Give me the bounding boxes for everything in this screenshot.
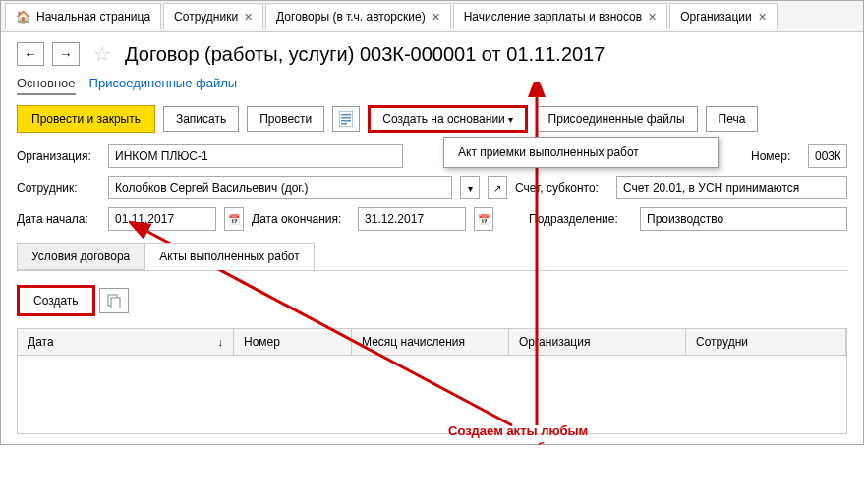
forward-button[interactable]: → [52,42,80,66]
calendar-icon: 📅 [478,214,490,225]
th-org[interactable]: Организация [509,329,686,355]
org-input[interactable] [108,144,403,168]
form-row-dates: Дата начала: 📅 Дата окончания: 📅 Подразд… [1,203,863,235]
account-input[interactable] [616,176,847,199]
tab-employees[interactable]: Сотрудники ✕ [163,3,263,29]
star-icon[interactable]: ☆ [93,42,111,66]
sub-tabs: Условия договора Акты выполненных работ [1,235,863,270]
copy-icon [106,293,122,308]
print-button[interactable]: Печа [706,106,759,132]
page-title: Договор (работы, услуги) 003К-000001 от … [125,43,605,66]
report-icon [339,111,353,127]
employee-input[interactable] [108,176,452,199]
svg-rect-4 [341,123,347,125]
tab-label: Сотрудники [174,10,238,24]
home-icon: 🏠 [16,10,30,24]
account-label: Счет, субконто: [515,181,608,195]
subnav: Основное Присоединенные файлы [1,76,863,105]
svg-rect-1 [341,114,351,116]
open-icon: ↗ [493,183,501,194]
subnav-main[interactable]: Основное [17,76,76,95]
employee-label: Сотрудник: [17,181,100,195]
attached-files-button[interactable]: Присоединенные файлы [536,106,698,132]
svg-rect-2 [341,117,351,119]
sort-icon: ↓ [218,336,224,348]
close-icon[interactable]: ✕ [244,11,253,24]
svg-rect-3 [341,120,351,122]
th-month[interactable]: Месяц начисления [352,329,509,355]
employee-dropdown-button[interactable]: ▾ [460,176,480,199]
svg-rect-0 [339,111,353,127]
start-date-picker-button[interactable]: 📅 [224,207,244,231]
save-button[interactable]: Записать [163,106,239,132]
subnav-files[interactable]: Присоединенные файлы [89,76,238,95]
annotation-text: Создаем акты любым из двух способов [448,423,588,445]
tab-label: Договоры (в т.ч. авторские) [276,10,426,24]
end-label: Дата окончания: [252,212,350,226]
copy-button[interactable] [99,288,129,313]
th-date[interactable]: Дата ↓ [18,329,234,355]
th-employee[interactable]: Сотрудни [686,329,846,355]
sub-tab-acts[interactable]: Акты выполненных работ [144,243,314,270]
table-header: Дата ↓ Номер Месяц начисления Организаци… [17,328,847,356]
form-row-org: Организация: Номер: [1,140,863,172]
org-label: Организация: [17,149,100,163]
employee-open-button[interactable]: ↗ [488,176,507,199]
close-icon[interactable]: ✕ [648,11,657,24]
close-icon[interactable]: ✕ [432,11,440,24]
tab-contracts[interactable]: Договоры (в т.ч. авторские) ✕ [265,3,451,29]
tab-home[interactable]: 🏠 Начальная страница [5,3,161,29]
tab-label: Начисление зарплаты и взносов [464,10,643,24]
toolbar: Провести и закрыть Записать Провести Соз… [1,105,863,140]
post-button[interactable]: Провести [247,106,324,132]
tab-payroll[interactable]: Начисление зарплаты и взносов ✕ [453,3,668,29]
number-input[interactable] [808,144,847,168]
form-row-employee: Сотрудник: ▾ ↗ Счет, субконто: [1,172,863,203]
end-date-picker-button[interactable]: 📅 [474,207,493,231]
report-button[interactable] [332,106,360,132]
start-date-input[interactable] [108,207,216,231]
back-button[interactable]: ← [17,42,44,66]
table-body [17,356,847,434]
header: ← → ☆ Договор (работы, услуги) 003К-0000… [1,32,863,76]
division-input[interactable] [640,207,847,231]
th-number[interactable]: Номер [234,329,352,355]
end-date-input[interactable] [358,207,466,231]
post-close-button[interactable]: Провести и закрыть [17,105,155,133]
number-label: Номер: [751,149,800,163]
create-based-button[interactable]: Создать на основании [368,105,527,133]
dropdown-item-act[interactable]: Акт приемки выполненных работ [458,145,704,159]
close-icon[interactable]: ✕ [758,11,767,24]
division-label: Подразделение: [529,212,632,226]
create-based-dropdown: Акт приемки выполненных работ [443,137,719,168]
calendar-icon: 📅 [228,214,240,225]
tab-content: Создать Дата ↓ Номер Месяц начисления Ор… [17,270,847,444]
start-label: Дата начала: [17,212,100,226]
svg-rect-6 [111,298,120,308]
create-act-button[interactable]: Создать [17,285,95,316]
tabs-bar: 🏠 Начальная страница Сотрудники ✕ Догово… [1,1,863,32]
tab-orgs[interactable]: Организации ✕ [669,3,778,29]
tab-label: Организации [680,10,752,24]
tab-label: Начальная страница [36,10,150,24]
sub-tab-conditions[interactable]: Условия договора [17,243,144,270]
